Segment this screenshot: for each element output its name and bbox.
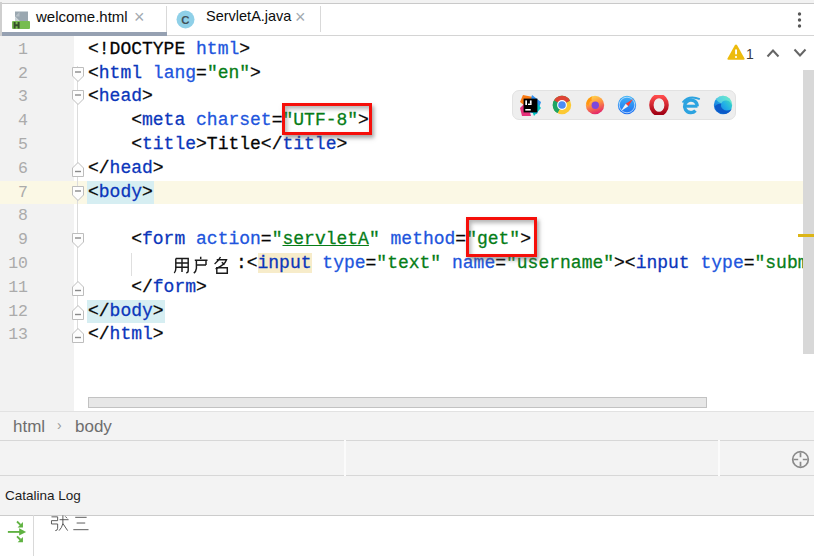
svg-text:C: C bbox=[181, 14, 189, 26]
